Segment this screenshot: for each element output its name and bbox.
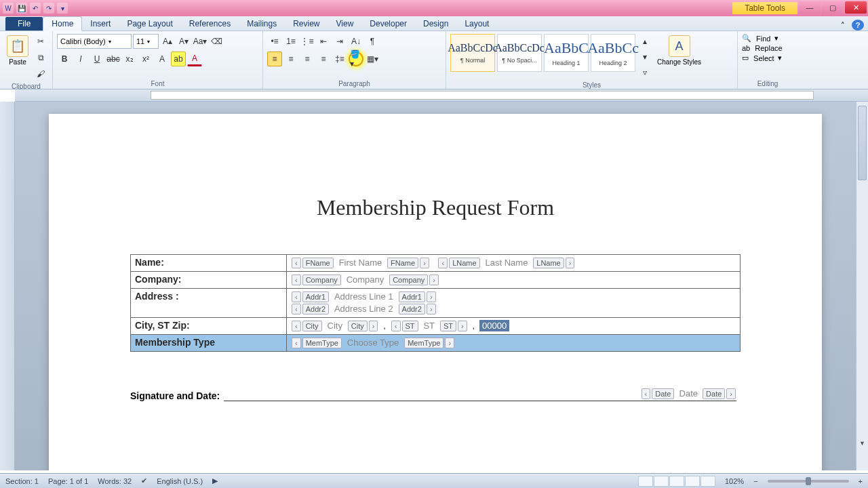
styles-scroll-down[interactable]: ▾ [637,49,652,64]
undo-icon[interactable]: ↶ [30,3,41,14]
horizontal-ruler[interactable] [15,89,868,102]
shrink-font-button[interactable]: A▾ [176,34,191,49]
underline-button[interactable]: U [90,52,104,66]
document-area[interactable]: Membership Request Form Name: ‹FName Fir… [15,102,856,470]
borders-button[interactable]: ▦▾ [365,52,380,66]
styles-scroll-up[interactable]: ▴ [637,34,652,49]
align-center-button[interactable]: ≡ [283,52,298,66]
status-page[interactable]: Page: 1 of 1 [48,477,88,485]
multilevel-list-button[interactable]: ⋮≡ [300,34,315,49]
label-membership-type[interactable]: Membership Type [131,335,287,352]
tab-file[interactable]: File [5,17,43,30]
replace-button[interactable]: ab Replace [742,44,783,52]
font-name-combo[interactable]: Calibri (Body)▾ [57,34,132,49]
vertical-ruler[interactable] [0,102,15,470]
numbering-button[interactable]: 1≡ [283,34,298,49]
view-draft[interactable] [701,476,715,487]
field-address[interactable]: ‹Addr1 Address Line 1 Addr1› ‹Addr2 Addr… [287,289,741,318]
field-membership-type[interactable]: ‹MemType Choose Type MemType› [287,335,741,352]
font-color-button[interactable]: A [187,52,202,66]
tab-references[interactable]: References [181,17,239,30]
placeholder-memtype[interactable]: Choose Type [345,338,401,348]
clear-formatting-button[interactable]: ⌫ [209,34,224,49]
align-left-button[interactable]: ≡ [267,52,282,66]
grow-font-button[interactable]: A▴ [160,34,175,49]
zoom-level[interactable]: 102% [725,477,744,485]
sort-button[interactable]: A↓ [349,34,363,49]
view-web-layout[interactable] [669,476,684,487]
highlight-button[interactable]: ab [171,52,186,66]
tab-home[interactable]: Home [43,16,82,31]
placeholder-addr1[interactable]: Address Line 1 [332,291,395,302]
redo-icon[interactable]: ↷ [43,3,54,14]
status-words[interactable]: Words: 32 [98,477,132,485]
cut-button[interactable]: ✂ [33,34,48,49]
placeholder-addr2[interactable]: Address Line 2 [332,304,395,314]
line-spacing-button[interactable]: ‡≡ [332,52,347,66]
vertical-scrollbar[interactable]: ▲ ▼ [856,102,868,470]
tab-design[interactable]: Design [415,17,456,30]
text-effects-button[interactable]: A [155,52,170,66]
style-heading-1[interactable]: AaBbCHeading 1 [544,34,589,72]
placeholder-company[interactable]: Company [344,274,387,285]
maximize-button[interactable]: ▢ [822,1,844,14]
change-styles-button[interactable]: A Change Styles [654,34,704,80]
justify-button[interactable]: ≡ [316,52,331,66]
status-section[interactable]: Section: 1 [5,477,39,485]
minimize-button[interactable]: — [799,1,821,14]
label-address[interactable]: Address : [131,289,287,318]
view-print-layout[interactable] [638,476,653,487]
label-city-st-zip[interactable]: City, ST Zip: [131,318,287,335]
field-city-st-zip[interactable]: ‹City City City› , ‹ST ST ST› , 00000 [287,318,741,335]
signature-line[interactable]: ‹Date Date Date› [224,389,736,401]
tab-view[interactable]: View [328,17,362,30]
styles-more[interactable]: ▿ [637,65,652,80]
style-normal[interactable]: AaBbCcDc¶ Normal [450,34,495,72]
scroll-thumb[interactable] [858,106,867,180]
align-right-button[interactable]: ≡ [300,52,315,66]
tab-developer[interactable]: Developer [361,17,415,30]
strikethrough-button[interactable]: abc [106,52,121,66]
placeholder-st[interactable]: ST [421,321,437,331]
superscript-button[interactable]: x² [138,52,153,66]
bullets-button[interactable]: •≡ [267,34,282,49]
style-heading-2[interactable]: AaBbCcHeading 2 [591,34,635,72]
view-full-screen[interactable] [654,476,669,487]
shading-button[interactable]: 🪣▾ [349,52,363,66]
decrease-indent-button[interactable]: ⇤ [316,34,331,49]
zoom-out-button[interactable]: − [753,477,757,485]
label-name[interactable]: Name: [131,255,287,272]
signature-row[interactable]: Signature and Date: ‹Date Date Date› [130,389,741,401]
minimize-ribbon-icon[interactable]: ˄ [837,20,849,30]
zoom-in-button[interactable]: + [859,477,863,485]
save-icon[interactable]: 💾 [16,3,27,14]
subscript-button[interactable]: x₂ [122,52,137,66]
status-language[interactable]: English (U.S.) [157,477,203,485]
tab-review[interactable]: Review [285,17,328,30]
document-heading[interactable]: Membership Request Form [130,195,741,220]
status-macro-icon[interactable]: ▶ [212,476,218,485]
tab-layout[interactable]: Layout [456,17,497,30]
placeholder-first-name[interactable]: First Name [337,258,384,268]
status-proofing-icon[interactable]: ✔ [141,476,147,485]
copy-button[interactable]: ⧉ [33,50,48,65]
close-button[interactable]: ✕ [845,1,867,14]
format-painter-button[interactable]: 🖌 [33,66,48,81]
find-button[interactable]: 🔍 Find ▾ [742,34,778,43]
form-table[interactable]: Name: ‹FName First Name FName› ‹LName La… [130,254,741,352]
view-outline[interactable] [685,476,700,487]
qat-more-icon[interactable]: ▾ [57,3,68,14]
scroll-down-icon[interactable]: ▼ [856,438,868,449]
increase-indent-button[interactable]: ⇥ [332,34,347,49]
help-icon[interactable]: ? [852,20,864,30]
show-marks-button[interactable]: ¶ [365,34,380,49]
field-company[interactable]: ‹Company Company Company› [287,272,741,289]
tab-insert[interactable]: Insert [82,17,119,30]
select-button[interactable]: ▭ Select ▾ [742,54,782,62]
tab-page-layout[interactable]: Page Layout [119,17,180,30]
zoom-slider[interactable] [768,480,849,483]
paste-button[interactable]: 📋 Paste [4,34,31,67]
italic-button[interactable]: I [73,52,88,66]
label-company[interactable]: Company: [131,272,287,289]
font-size-combo[interactable]: 11▾ [133,34,159,49]
